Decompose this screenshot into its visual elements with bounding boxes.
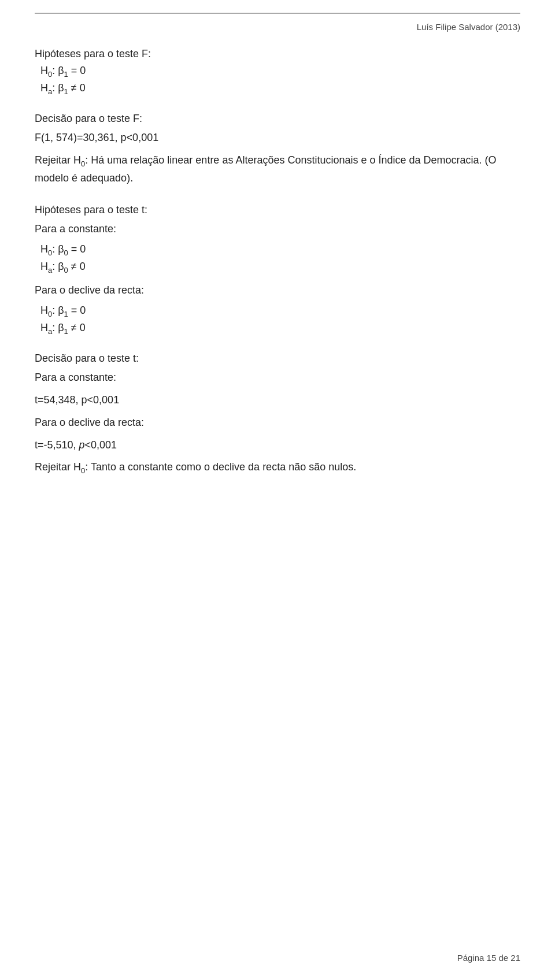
ha-f-text: Ha: β1 ≠ 0 [40,82,86,94]
hipoteses-f-title: Hipóteses para o teste F: [35,48,520,60]
author-text: Luís Filipe Salvador (2013) [417,22,520,32]
h0-t-constante: H0: β0 = 0 [40,243,520,257]
h0-t-constante-text: H0: β0 = 0 [40,243,86,255]
t-constante: t=54,348, p<0,001 [35,392,520,409]
para-a-constante-label: Para a constante: [35,221,520,237]
decisao-f-line2: Rejeitar H0: Há uma relação linear entre… [35,152,520,187]
para-o-declive2-label: Para o declive da recta: [35,414,520,431]
section-hipoteses-t: Hipóteses para o teste t: Para a constan… [35,204,520,335]
ha-t-constante: Ha: β0 ≠ 0 [40,261,520,274]
ha-t-constante-text: Ha: β0 ≠ 0 [40,261,86,272]
ha-t-declive-text: Ha: β1 ≠ 0 [40,322,86,333]
page-footer: Página 15 de 21 [457,953,520,963]
decisao-f-line1: F(1, 574)=30,361, p<0,001 [35,129,520,146]
para-o-declive-label: Para o declive da recta: [35,282,520,299]
h0-t-declive: H0: β1 = 0 [40,305,520,318]
decisao-f-title: Decisão para o teste F: [35,113,520,125]
h0-t-declive-text: H0: β1 = 0 [40,305,86,316]
section-decisao-f: Decisão para o teste F: F(1, 574)=30,361… [35,113,520,187]
h0-f-text: H0: β1 = 0 [40,65,86,76]
hipoteses-t-title: Hipóteses para o teste t: [35,204,520,216]
section-hipoteses-f: Hipóteses para o teste F: H0: β1 = 0 Ha:… [35,48,520,95]
page-info: Página 15 de 21 [457,953,520,963]
page-container: Luís Filipe Salvador (2013) Hipóteses pa… [0,0,555,980]
h0-f: H0: β1 = 0 [40,65,520,79]
para-a-constante2-label: Para a constante: [35,369,520,386]
header-author: Luís Filipe Salvador (2013) [35,22,520,32]
ha-t-declive: Ha: β1 ≠ 0 [40,322,520,336]
decisao-t-title: Decisão para o teste t: [35,352,520,365]
ha-f: Ha: β1 ≠ 0 [40,82,520,96]
section-decisao-t: Decisão para o teste t: Para a constante… [35,352,520,477]
t-declive: t=-5,510, p<0,001 [35,437,520,454]
rejeitar-h0-t: Rejeitar H0: Tanto a constante como o de… [35,459,520,477]
top-border [35,13,520,14]
